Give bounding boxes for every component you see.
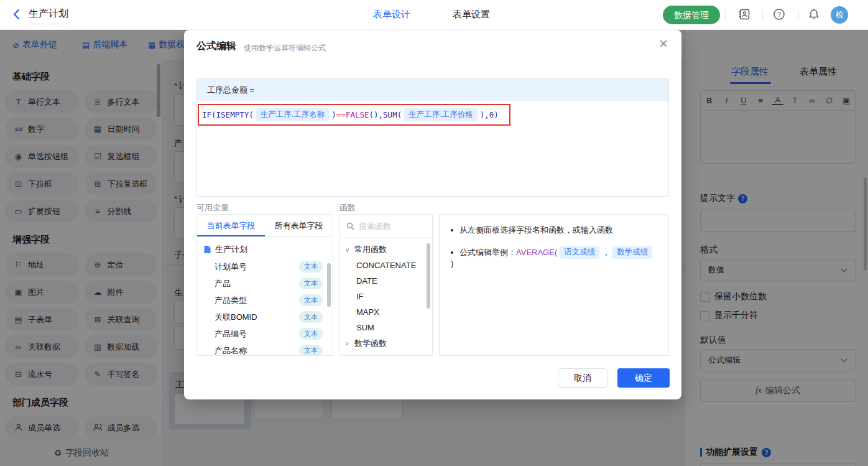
formula-token: == <box>336 110 346 119</box>
chevron-down-icon: ∨ <box>345 246 351 253</box>
divider <box>762 10 763 20</box>
cancel-button[interactable]: 取消 <box>558 368 607 388</box>
back-chevron-icon <box>11 8 22 21</box>
example-function: AVERAGE( <box>516 248 557 257</box>
formula-highlight-box: IF(ISEMPTY(生产工序.工序名称)==FALSE(),SUM(生产工序.… <box>198 104 510 126</box>
variable-row[interactable]: 关联BOMID文本 <box>197 309 333 325</box>
variable-row[interactable]: 产品类型文本 <box>197 292 333 309</box>
variables-panel: 当前表单字段 所有表单字段 生产计划 计划单号文本产品文本产品类型文本关联BOM… <box>196 214 333 356</box>
functions-tree: ∨常用函数CONCATENATEDATEIFMAPXSUM>数学函数>文本函数 <box>340 238 432 356</box>
page-title: 生产计划 <box>29 7 68 24</box>
tab-current-form-fields[interactable]: 当前表单字段 <box>197 215 265 236</box>
function-item[interactable]: MAPX <box>340 304 432 320</box>
function-item[interactable]: DATE <box>340 273 432 289</box>
tree-root-form[interactable]: 生产计划 <box>197 241 333 258</box>
functions-panel: ∨常用函数CONCATENATEDATEIFMAPXSUM>数学函数>文本函数 <box>339 214 433 356</box>
bullet-icon <box>451 251 453 254</box>
formula-editor-modal: 公式编辑 使用数学运算符编辑公式 × 工序总金额 = IF(ISEMPTY(生产… <box>184 30 681 399</box>
function-group[interactable]: >文本函数 <box>340 352 432 356</box>
formula-token: IF(ISEMPTY( <box>202 110 254 119</box>
variable-type-badge: 文本 <box>299 328 323 340</box>
formula-field-chip[interactable]: 生产工序.工序价格 <box>404 108 477 121</box>
variables-section-label: 可用变量 <box>196 202 229 213</box>
function-group-label: 常用函数 <box>354 244 387 255</box>
variable-name: 产品 <box>215 278 231 289</box>
function-search-input[interactable] <box>359 221 421 231</box>
formula-token: (),SUM( <box>369 110 402 119</box>
app-header: 生产计划 表单设计 表单设置 数据管理 ? 检 <box>0 0 868 30</box>
variable-name: 计划单号 <box>215 261 247 273</box>
modal-subtitle: 使用数学运算符编辑公式 <box>244 43 326 54</box>
close-icon[interactable]: × <box>659 36 668 51</box>
help-circle-icon[interactable]: ? <box>772 7 787 22</box>
functions-section-label: 函数 <box>339 202 356 213</box>
chevron-right-icon: > <box>345 340 351 347</box>
function-item[interactable]: CONCATENATE <box>340 258 432 273</box>
formula-editor-area[interactable]: 工序总金额 = IF(ISEMPTY(生产工序.工序名称)==FALSE(),S… <box>196 78 669 197</box>
notification-bell-icon[interactable] <box>807 7 822 22</box>
formula-field-chip[interactable]: 生产工序.工序名称 <box>256 108 329 121</box>
variable-name: 产品编号 <box>215 329 247 340</box>
variables-tree: 生产计划 计划单号文本产品文本产品类型文本关联BOMID文本产品编号文本产品名称… <box>197 237 333 356</box>
example-field-chip: 语文成绩 <box>560 246 599 259</box>
function-group-label: 文本函数 <box>354 354 387 356</box>
formula-expression[interactable]: IF(ISEMPTY(生产工序.工序名称)==FALSE(),SUM(生产工序.… <box>202 108 499 121</box>
svg-text:?: ? <box>777 11 781 18</box>
variable-name: 产品类型 <box>215 295 247 306</box>
tab-form-settings[interactable]: 表单设置 <box>453 9 490 21</box>
back-button[interactable] <box>11 8 24 22</box>
variable-row[interactable]: 产品文本 <box>197 275 333 292</box>
divider <box>798 10 799 20</box>
function-item[interactable]: IF <box>340 289 432 304</box>
function-item[interactable]: SUM <box>340 320 432 335</box>
divider <box>725 10 726 20</box>
variable-name: 产品名称 <box>215 345 247 356</box>
hints-panel: 从左侧面板选择字段名和函数，或输入函数 公式编辑举例： AVERAGE( 语文成… <box>439 214 669 356</box>
contact-book-icon[interactable] <box>737 7 752 22</box>
variable-row[interactable]: 计划单号文本 <box>197 258 333 275</box>
example-field-chip: 数学成绩 <box>612 246 652 259</box>
variable-name: 关联BOMID <box>215 312 257 323</box>
formula-token: ),0) <box>480 110 499 119</box>
bullet-icon <box>451 229 453 231</box>
tab-all-form-fields[interactable]: 所有表单字段 <box>265 215 333 236</box>
variables-scrollbar[interactable] <box>327 263 331 307</box>
variable-type-badge: 文本 <box>299 345 323 356</box>
document-icon <box>203 245 211 254</box>
variable-type-badge: 文本 <box>299 261 323 273</box>
hint-line: 从左侧面板选择字段名和函数，或输入函数 <box>451 225 657 236</box>
variable-type-badge: 文本 <box>299 294 323 306</box>
hint-example-line: 公式编辑举例： AVERAGE( 语文成绩 ， 数学成绩 ) <box>451 246 657 268</box>
function-search-box[interactable] <box>340 215 432 238</box>
tab-form-design[interactable]: 表单设计 <box>373 9 410 21</box>
formula-token: ) <box>331 110 336 119</box>
function-group[interactable]: ∨常用函数 <box>340 241 432 258</box>
function-group-label: 数学函数 <box>354 338 387 349</box>
functions-scrollbar[interactable] <box>427 243 430 309</box>
search-icon <box>346 222 354 230</box>
data-management-button[interactable]: 数据管理 <box>663 6 720 24</box>
variable-row[interactable]: 产品名称文本 <box>197 342 333 356</box>
formula-token: FALSE <box>346 110 369 119</box>
variable-type-badge: 文本 <box>299 277 323 289</box>
variable-type-badge: 文本 <box>299 311 323 323</box>
user-avatar[interactable]: 检 <box>831 6 848 24</box>
modal-title: 公式编辑 <box>196 40 236 53</box>
function-group[interactable]: >数学函数 <box>340 335 432 352</box>
formula-target-label: 工序总金额 = <box>197 79 668 101</box>
variable-row[interactable]: 产品编号文本 <box>197 325 333 342</box>
confirm-button[interactable]: 确定 <box>617 368 670 388</box>
